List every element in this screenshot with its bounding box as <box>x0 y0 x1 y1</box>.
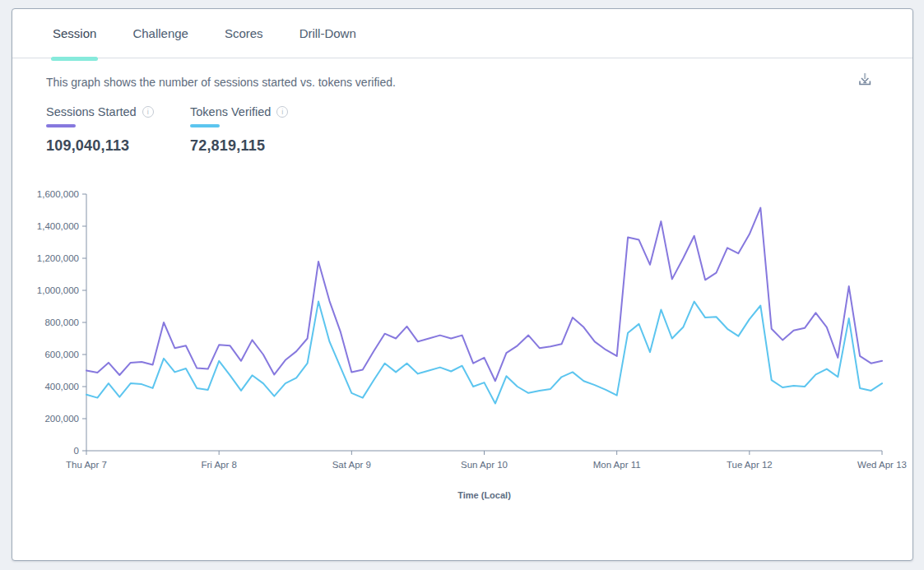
svg-text:Tue Apr 12: Tue Apr 12 <box>727 460 773 470</box>
metric-summary: Sessions Started i 109,040,113 Tokens Ve… <box>46 105 912 155</box>
svg-text:1,600,000: 1,600,000 <box>37 189 79 199</box>
sessions-vs-tokens-line-chart: 0200,000400,000600,000800,0001,000,0001,… <box>12 183 913 515</box>
description-row: This graph shows the number of sessions … <box>46 76 878 89</box>
metric-sessions-value: 109,040,113 <box>46 137 190 155</box>
tab-scores-label: Scores <box>225 26 263 40</box>
svg-text:Sat Apr 9: Sat Apr 9 <box>332 460 371 470</box>
tokens-legend-swatch <box>190 124 220 127</box>
svg-text:800,000: 800,000 <box>44 317 79 327</box>
metric-tokens-label: Tokens Verified <box>190 105 271 118</box>
svg-text:Fri Apr 8: Fri Apr 8 <box>201 460 236 470</box>
svg-text:1,400,000: 1,400,000 <box>37 221 79 231</box>
tab-scores[interactable]: Scores <box>225 9 263 58</box>
metric-sessions-label: Sessions Started <box>46 105 137 118</box>
download-icon <box>857 71 873 87</box>
svg-text:Time (Local): Time (Local) <box>457 490 511 500</box>
svg-text:600,000: 600,000 <box>44 350 79 359</box>
download-button[interactable] <box>853 67 876 90</box>
metric-sessions-started: Sessions Started i 109,040,113 <box>46 105 190 155</box>
svg-text:Sun Apr 10: Sun Apr 10 <box>461 460 508 470</box>
series-sessions-started <box>86 208 882 382</box>
info-icon[interactable]: i <box>142 106 154 118</box>
svg-text:1,200,000: 1,200,000 <box>37 253 79 263</box>
svg-text:200,000: 200,000 <box>44 414 79 424</box>
metric-tokens-verified: Tokens Verified i 72,819,115 <box>190 105 334 155</box>
tab-bar: Session Challenge Scores Drill-Down <box>12 9 912 58</box>
sessions-legend-swatch <box>46 124 76 127</box>
tab-session-label: Session <box>53 26 96 40</box>
tab-session[interactable]: Session <box>53 9 96 58</box>
series-tokens-verified <box>86 302 882 404</box>
tab-drill-down[interactable]: Drill-Down <box>299 9 356 58</box>
info-icon[interactable]: i <box>276 106 288 118</box>
tab-drill-down-label: Drill-Down <box>299 26 356 40</box>
dashboard-card: Session Challenge Scores Drill-Down This… <box>12 8 913 561</box>
tab-challenge-label: Challenge <box>132 26 188 40</box>
chart-description: This graph shows the number of sessions … <box>46 76 878 89</box>
svg-text:Thu Apr 7: Thu Apr 7 <box>66 460 107 470</box>
svg-text:Mon Apr 11: Mon Apr 11 <box>593 460 641 470</box>
svg-text:1,000,000: 1,000,000 <box>37 285 79 295</box>
tab-challenge[interactable]: Challenge <box>132 9 188 58</box>
svg-text:Wed Apr 13: Wed Apr 13 <box>857 460 907 470</box>
metric-tokens-value: 72,819,115 <box>190 137 334 155</box>
svg-text:0: 0 <box>74 446 79 456</box>
svg-text:400,000: 400,000 <box>44 382 79 392</box>
chart-area: 0200,000400,000600,000800,0001,000,0001,… <box>12 183 912 518</box>
